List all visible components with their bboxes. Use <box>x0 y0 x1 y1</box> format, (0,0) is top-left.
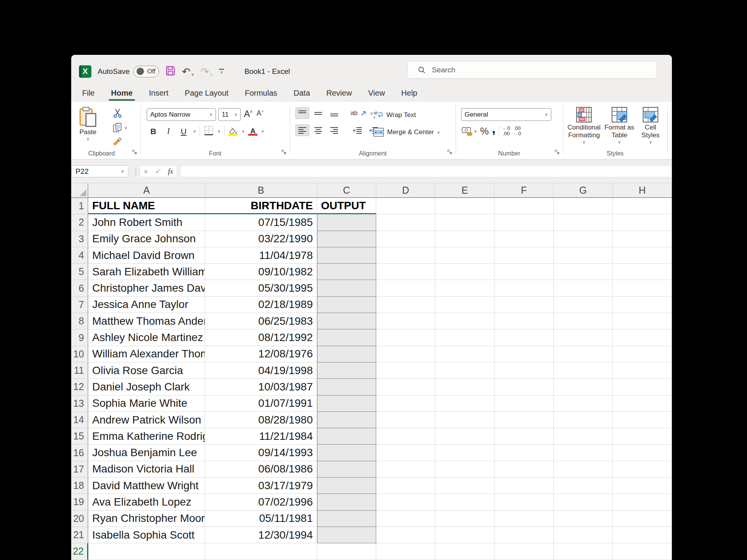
cell[interactable] <box>376 231 435 247</box>
cell[interactable] <box>554 329 613 346</box>
decrease-decimal-button[interactable]: .00 →0 <box>513 126 521 136</box>
paste-button[interactable]: Paste ∨ <box>79 107 97 141</box>
cell[interactable] <box>376 329 435 346</box>
cell[interactable] <box>494 428 554 444</box>
cell-name[interactable]: Olivia Rose Garcia <box>88 362 205 379</box>
cell[interactable] <box>554 198 613 214</box>
autosave-control[interactable]: AutoSave Off <box>98 66 159 77</box>
cell[interactable] <box>435 412 494 428</box>
cell[interactable] <box>376 297 435 313</box>
cell[interactable] <box>376 494 435 510</box>
align-left-button[interactable] <box>295 124 309 136</box>
cell[interactable] <box>435 428 494 444</box>
cell[interactable] <box>554 362 613 379</box>
cell-name[interactable]: Isabella Sophia Scott <box>88 527 205 543</box>
cell-output[interactable] <box>317 494 376 510</box>
cell[interactable] <box>494 527 554 543</box>
increase-font-button[interactable]: A˄ <box>244 109 253 119</box>
cell[interactable] <box>88 543 205 560</box>
row-header-14[interactable]: 14 <box>71 412 88 428</box>
row-header-13[interactable]: 13 <box>71 396 88 412</box>
cell-output[interactable] <box>317 264 376 280</box>
cell[interactable] <box>494 543 554 560</box>
cell[interactable] <box>613 264 672 280</box>
cell[interactable] <box>494 346 554 362</box>
cell-output[interactable] <box>317 346 376 362</box>
cell[interactable] <box>435 543 494 560</box>
cell-date[interactable]: 06/25/1983 <box>205 313 317 329</box>
cell[interactable] <box>554 396 613 412</box>
cell[interactable] <box>613 412 672 428</box>
cell[interactable] <box>494 264 554 280</box>
cell[interactable] <box>435 247 494 264</box>
cell[interactable] <box>554 214 613 231</box>
cell[interactable] <box>554 346 613 362</box>
cell[interactable] <box>494 313 554 329</box>
cell[interactable] <box>376 313 435 329</box>
cell-output[interactable] <box>317 329 376 346</box>
cell[interactable] <box>376 461 435 478</box>
cell[interactable] <box>435 527 494 543</box>
row-header-20[interactable]: 20 <box>71 511 88 527</box>
row-header-7[interactable]: 7 <box>71 297 88 313</box>
cell[interactable] <box>376 379 435 395</box>
cell-name[interactable]: William Alexander Thompson <box>88 346 205 362</box>
cell-date[interactable]: 03/17/1979 <box>205 478 317 494</box>
tab-data[interactable]: Data <box>293 88 311 101</box>
cell[interactable] <box>435 329 494 346</box>
cell[interactable] <box>554 247 613 264</box>
row-header-15[interactable]: 15 <box>71 428 88 444</box>
cell[interactable] <box>554 461 613 478</box>
excel-app-icon[interactable]: X <box>79 65 91 78</box>
cell[interactable] <box>435 297 494 313</box>
cell-output[interactable] <box>317 428 376 444</box>
cell[interactable] <box>435 461 494 478</box>
column-header-H[interactable]: H <box>613 183 672 197</box>
cell[interactable] <box>494 247 554 264</box>
cut-button[interactable] <box>112 108 123 120</box>
row-header-19[interactable]: 19 <box>71 494 88 510</box>
cell[interactable] <box>376 444 435 461</box>
cell[interactable] <box>494 362 554 379</box>
alignment-dialog-launcher[interactable] <box>447 149 452 156</box>
search-input[interactable]: Search <box>407 61 657 79</box>
decrease-indent-button[interactable] <box>351 124 365 136</box>
cell[interactable] <box>494 214 554 231</box>
conditional-formatting-button[interactable]: Conditional Formatting ∨ <box>566 107 602 144</box>
cell-name[interactable]: Michael David Brown <box>88 247 205 264</box>
cell-output[interactable] <box>317 313 376 329</box>
formula-bar-drag-handle[interactable]: ⋮ <box>132 168 139 177</box>
tab-page-layout[interactable]: Page Layout <box>184 88 229 101</box>
format-as-table-button[interactable]: Format as Table ∨ <box>603 107 635 144</box>
cell-birthdate-header[interactable]: BIRTHDATE <box>205 198 317 214</box>
percent-style-button[interactable]: % <box>480 126 489 137</box>
tab-formulas[interactable]: Formulas <box>244 88 278 101</box>
cancel-button[interactable]: × <box>144 167 148 176</box>
align-right-button[interactable] <box>327 124 341 136</box>
font-name-select[interactable]: Aptos Narrow ∨ <box>147 108 216 121</box>
cell-name[interactable]: Emily Grace Johnson <box>88 231 205 247</box>
cell[interactable] <box>613 527 672 543</box>
cell-name[interactable]: Christopher James Davis <box>88 280 205 296</box>
cell[interactable] <box>376 198 435 214</box>
cell[interactable] <box>494 329 554 346</box>
accounting-format-button[interactable]: ∨ <box>462 126 477 136</box>
cell[interactable] <box>376 511 435 527</box>
cell[interactable] <box>435 511 494 527</box>
cell[interactable] <box>554 264 613 280</box>
cell-name[interactable]: Matthew Thomas Anderson <box>88 313 205 329</box>
cell-date[interactable]: 12/08/1976 <box>205 346 317 362</box>
column-header-C[interactable]: C <box>317 183 376 197</box>
row-header-22[interactable]: 22 <box>71 543 88 560</box>
merge-center-chevron-icon[interactable]: ∨ <box>437 130 440 135</box>
middle-align-button[interactable] <box>311 107 325 119</box>
cell-date[interactable]: 04/19/1998 <box>205 362 317 379</box>
cell[interactable] <box>554 444 613 461</box>
cell[interactable] <box>435 444 494 461</box>
row-header-16[interactable]: 16 <box>71 444 88 461</box>
cell-name[interactable]: Andrew Patrick Wilson <box>88 412 205 428</box>
cell-name[interactable]: Joshua Benjamin Lee <box>88 444 205 461</box>
cell-output[interactable] <box>317 247 376 264</box>
row-header-9[interactable]: 9 <box>71 329 88 346</box>
cell-date[interactable]: 01/07/1991 <box>205 396 317 412</box>
